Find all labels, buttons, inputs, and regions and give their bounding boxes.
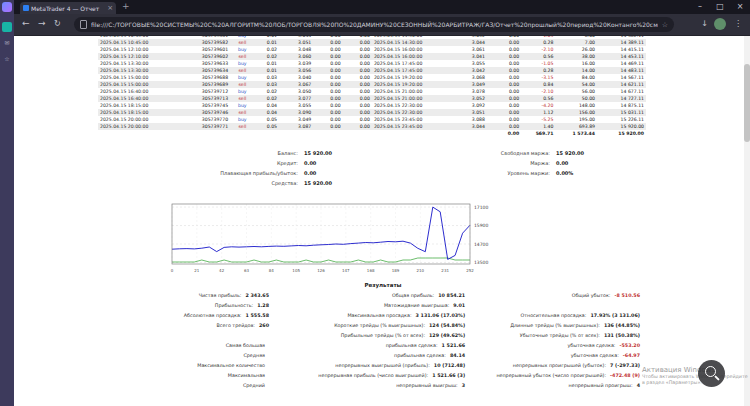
profile-avatar[interactable] (714, 18, 726, 30)
trade-cell: 0.00 (343, 123, 372, 130)
watermark-title: Активация Windows (642, 366, 748, 374)
trade-cell: 0.04 (255, 102, 279, 109)
trade-cell: buy (230, 102, 254, 109)
address-bar[interactable]: file:///C:/ТОРГОВЫЕ%20СИСТЕМЫ%20С%20АЛГО… (74, 17, 674, 32)
trade-cell: 2025.04.15 17:45:00 (372, 60, 453, 67)
result-label: непрерывных выигрышей (прибыль): (277, 363, 434, 368)
close-button[interactable]: × (730, 0, 750, 14)
totals-cell (343, 130, 372, 137)
trade-row: 2025.04.15 13:30:00305739633buy0.013.039… (98, 60, 646, 67)
trade-cell: 0.56 (521, 95, 555, 102)
reload-icon[interactable]: ↻ (54, 19, 61, 28)
result-label: Короткие трейды (% выигрышных): (277, 323, 429, 328)
summary-l2: Уровень маржи: (400, 170, 556, 176)
forward-icon[interactable]: → (38, 18, 46, 28)
browser-tab[interactable]: MetaTrader 4 — Отчет × (20, 2, 116, 14)
trade-cell: -5.25 (521, 116, 555, 123)
trade-cell: 2025.04.15 16:40:00 (98, 88, 179, 95)
trade-cell: 0.00 (487, 60, 521, 67)
trade-cell: 2025.04.15 12:10:00 (98, 46, 179, 53)
trade-cell: -2.10 (521, 46, 555, 53)
trade-cell: 305739745 (179, 102, 230, 109)
result-cell: Общая прибыль:10 854.21 (277, 293, 473, 299)
trade-cell: 0.05 (255, 123, 279, 130)
assistant-icon[interactable] (2, 22, 12, 32)
back-icon[interactable]: ← (22, 18, 30, 28)
trade-cell: 0.00 (487, 39, 521, 46)
trade-cell: 2025.04.15 15:00:00 (98, 74, 179, 81)
trade-cell: 0.00 (313, 81, 342, 88)
url-text[interactable]: file:///C:/ТОРГОВЫЕ%20СИСТЕМЫ%20С%20АЛГО… (91, 21, 658, 28)
trade-cell: 2025.04.15 16:40:00 (98, 95, 179, 102)
result-value: 10 (712.48) (434, 363, 465, 368)
summary-l2: Свободная маржа: (400, 150, 556, 156)
trade-cell: sell (230, 39, 254, 46)
trade-cell: 14 677.11 (597, 88, 646, 95)
result-cell: убыточная сделка:-553.20 (473, 343, 648, 349)
trade-cell: 0.00 (313, 95, 342, 102)
trade-cell: 3.051 (279, 39, 313, 46)
trade-cell: sell (230, 123, 254, 130)
browser-toolbar: ← → ↻ file:///C:/ТОРГОВЫЕ%20СИСТЕМЫ%20С%… (14, 14, 750, 36)
maximize-button[interactable]: □ (710, 0, 730, 14)
trade-cell: 14 567.11 (597, 74, 646, 81)
result-label: убыточная сделка: (473, 353, 623, 358)
trade-cell: 2025.04.15 14:30:00 (372, 39, 453, 46)
trade-cell: 14 453.11 (597, 53, 646, 60)
file-icon (80, 20, 87, 29)
tab-close-icon[interactable]: × (107, 4, 113, 12)
trade-cell: 1.40 (521, 123, 555, 130)
result-label: Максимальная (118, 373, 269, 378)
browser-logo-icon[interactable] (2, 2, 12, 12)
trade-cell: 3.049 (279, 116, 313, 123)
result-cell: прибыльная сделка:84.14 (277, 353, 473, 359)
trade-cell: 26.00 (555, 46, 597, 53)
mail-icon[interactable]: ✉ (2, 38, 12, 48)
trade-cell: 2025.04.15 23:45:00 (372, 116, 453, 123)
trade-cell: 305739712 (179, 88, 230, 95)
menu-icon[interactable]: ⋮ (734, 19, 742, 28)
trade-cell: 305739770 (179, 116, 230, 123)
zoom-button[interactable] (698, 360, 725, 387)
page-scrollbar[interactable] (744, 36, 750, 406)
result-cell: непрерывных выигрышей (прибыль):10 (712.… (277, 363, 473, 369)
result-value: 10 854.21 (438, 293, 465, 298)
trade-cell: sell (230, 81, 254, 88)
result-cell: прибыльная сделка:1 521.66 (277, 343, 473, 349)
trade-row: 2025.04.15 16:40:00305739713sell0.023.07… (98, 95, 646, 102)
trade-cell: 305739601 (179, 46, 230, 53)
result-value: -8 510.56 (614, 293, 640, 298)
trade-cell: 0.01 (255, 39, 279, 46)
trade-cell: 3.092 (453, 102, 487, 109)
trade-cell: 0.00 (487, 88, 521, 95)
favorites-icon[interactable]: ☆ (2, 54, 12, 64)
trade-cell: 0.00 (487, 109, 521, 116)
trade-cell: 2025.04.15 17:45:00 (372, 67, 453, 74)
trade-cell: 3.042 (453, 67, 487, 74)
trade-cell: 305739602 (179, 53, 230, 60)
trade-cell: 14 621.11 (597, 81, 646, 88)
result-value: 3 131.06 (17.03%) (416, 313, 466, 318)
trade-cell: 0.01 (255, 60, 279, 67)
result-label: непрерывный проигрыш: (473, 383, 637, 388)
new-tab-button[interactable]: + (122, 1, 130, 11)
page-scrollbar-thumb[interactable] (744, 64, 750, 142)
result-cell: убыточная сделка:-64.97 (473, 353, 648, 359)
bookmark-star-icon[interactable]: ☆ (662, 21, 668, 29)
trade-cell: 0.00 (343, 95, 372, 102)
trade-cell: 0.00 (487, 123, 521, 130)
totals-cell: 15 920.00 (597, 130, 646, 137)
result-cell: Убыточные трейды (% от всех):131 (50.38%… (473, 333, 648, 339)
summary-v1: 15 920.00 (304, 150, 400, 156)
svg-text:126: 126 (317, 268, 325, 273)
minimize-button[interactable]: – (690, 0, 710, 14)
result-cell: Максимальная (118, 373, 277, 379)
trade-cell: 0.00 (343, 81, 372, 88)
trade-cell: 0.00 (487, 116, 521, 123)
trade-cell: 148.00 (555, 102, 597, 109)
result-cell: Самая большая (118, 343, 277, 349)
result-cell: непрерывный проигрыш:4 (473, 383, 648, 389)
downloads-icon[interactable]: ↓ (701, 19, 708, 28)
trade-cell: 15 920.00 (597, 123, 646, 130)
trade-cell: -1.05 (521, 60, 555, 67)
